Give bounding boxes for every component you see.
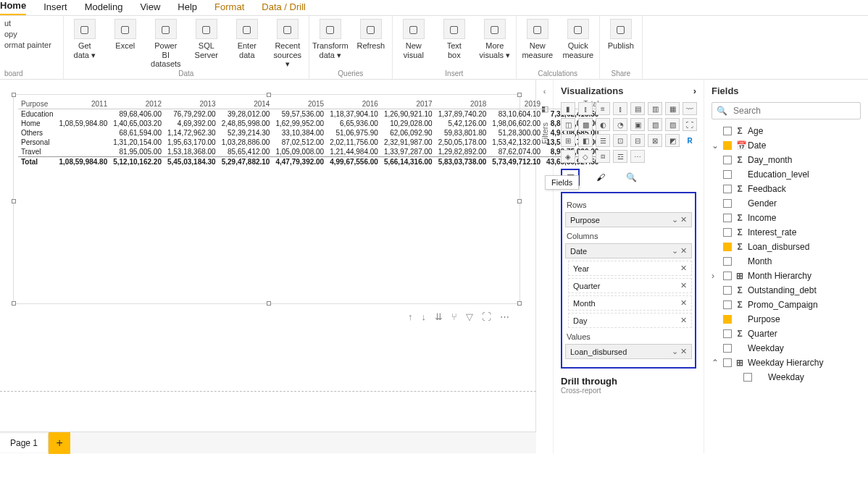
cols-sub-day[interactable]: Day✕ [568,313,692,328]
remove-icon[interactable]: ✕ [680,246,687,255]
remove-icon[interactable]: ✕ [680,264,687,273]
viz-type-icon[interactable]: ⫿ [578,102,593,115]
table-row[interactable]: Travel81,95,005.001,53,18,368.0085,65,41… [18,147,601,157]
field-feedback[interactable]: ΣFeedback [711,183,861,195]
tab-help[interactable]: Help [178,1,197,15]
viz-type-icon[interactable]: ⋯ [630,150,645,163]
tab-home[interactable]: Home [0,0,26,15]
field-month[interactable]: Month [711,256,861,267]
tab-insert[interactable]: Insert [43,1,67,15]
viz-type-icon[interactable]: ◈ [561,150,575,163]
add-page-button[interactable]: + [49,432,70,454]
chevron-right-icon[interactable]: › [711,271,719,281]
field-month-hierarchy[interactable]: ›⊞Month Hierarchy [711,270,861,282]
focus-icon[interactable]: ⛶ [482,311,491,322]
field-date[interactable]: ⌄📅Date [711,140,861,151]
remove-icon[interactable]: ✕ [680,215,687,224]
viz-type-icon[interactable]: ◧ [578,134,593,147]
filter-icon[interactable]: ▽ [466,311,473,322]
table-row[interactable]: Home1,08,59,984.801,40,65,003.204,69,392… [18,119,601,128]
viz-type-icon[interactable]: ▦ [665,102,680,115]
field-outstanding-debt[interactable]: ΣOutstanding_debt [711,285,861,296]
viz-type-icon[interactable]: ◩ [665,134,680,147]
field-checkbox[interactable] [723,170,732,179]
rows-pill-purpose[interactable]: Purpose ⌄ ✕ [565,212,692,227]
more-icon[interactable]: ⋯ [500,311,509,322]
field-checkbox[interactable] [723,272,732,280]
chevron-up-icon[interactable]: ⌃ [711,358,719,368]
field-gender[interactable]: Gender [711,198,861,209]
viz-type-icon[interactable]: ▥ [648,102,662,115]
chevron-down-icon[interactable]: ⌄ [711,140,719,151]
ribbon-more-visuals-[interactable]: ▢Morevisuals ▾ [478,19,512,59]
viz-type-icon[interactable]: ☰ [596,134,610,147]
viz-type-icon[interactable]: ⊡ [613,134,627,147]
expand-down-icon[interactable]: ⇊ [435,311,443,322]
tab-view[interactable]: View [140,1,160,15]
viz-type-icon[interactable]: ≡ [596,102,610,115]
remove-icon[interactable]: ✕ [680,298,687,308]
table-row[interactable]: Others68,61,594.001,14,72,962.3052,39,21… [18,128,601,138]
field-checkbox[interactable] [723,315,732,324]
field-age[interactable]: ΣAge [711,125,861,137]
viz-type-icon[interactable]: ☲ [613,150,627,163]
page-tab-1[interactable]: Page 1 [0,434,49,453]
matrix-visual[interactable]: Purpose201120122013201420152016201720182… [18,99,601,167]
field-checkbox[interactable] [723,286,732,295]
field-checkbox[interactable] [723,329,732,338]
field-quarter[interactable]: ΣQuarter [711,328,861,340]
viz-type-icon[interactable]: ◫ [561,118,575,131]
viz-type-icon[interactable]: ⧈ [596,150,610,163]
viz-type-icon[interactable]: R [683,134,697,147]
viz-type-icon[interactable]: ▩ [578,118,593,131]
ribbon-transform-data-[interactable]: ▢Transformdata ▾ [314,19,347,59]
expand-all-icon[interactable]: ⑂ [451,311,457,322]
viz-type-icon[interactable]: ⛶ [683,118,697,131]
values-pill-loan[interactable]: Loan_disbursed ⌄ ✕ [565,344,692,359]
cols-pill-date[interactable]: Date ⌄ ✕ [565,243,692,258]
chevron-down-icon[interactable]: ⌄ [672,215,678,224]
cols-sub-month[interactable]: Month✕ [568,295,692,311]
ribbon-excel[interactable]: ▢Excel [109,19,142,51]
tab-modeling[interactable]: Modeling [85,1,123,15]
remove-icon[interactable]: ✕ [680,316,687,325]
visual-selection[interactable]: Purpose201120122013201420152016201720182… [13,94,520,304]
drill-up-icon[interactable]: ↑ [408,311,413,322]
format-mode-button[interactable]: 🖌 [591,169,610,186]
ribbon-enter-data[interactable]: ▢Enterdata [230,19,264,59]
field-checkbox[interactable] [743,373,752,382]
field-checkbox[interactable] [723,358,732,367]
ribbon-quick-measure[interactable]: ▢Quickmeasure [562,19,595,59]
field-education-level[interactable]: Education_level [711,169,861,180]
field-weekday[interactable]: Weekday [711,342,861,354]
field-checkbox[interactable] [723,344,732,353]
clipboard-format-painter[interactable]: ormat painter [4,41,51,49]
table-row[interactable]: Education89,68,406.0076,79,292.0039,28,0… [18,109,601,119]
viz-type-icon[interactable]: ▮ [561,102,575,115]
ribbon-power-bi-datasets[interactable]: ▢PowerBI datasets [149,19,183,69]
report-canvas[interactable]: Purpose201120122013201420152016201720182… [0,80,536,453]
field-promo-campaign[interactable]: ΣPromo_Campaign [711,299,861,311]
tab-format[interactable]: Format [214,1,244,15]
ribbon-get-data-[interactable]: ▢Getdata ▾ [68,19,101,59]
viz-type-icon[interactable]: ⊟ [630,134,645,147]
ribbon-new-visual[interactable]: ▢Newvisual [397,19,430,59]
field-checkbox[interactable] [723,199,732,208]
field-checkbox[interactable] [723,300,732,309]
field-loan-disbursed[interactable]: ΣLoan_disbursed [711,241,861,253]
field-weekday-hierarchy[interactable]: ⌃⊞Weekday Hierarchy [711,357,861,369]
field-checkbox[interactable] [723,257,732,266]
remove-icon[interactable]: ✕ [680,281,687,290]
tab-data-drill[interactable]: Data / Drill [262,1,306,15]
chevron-down-icon[interactable]: ⌄ [672,246,678,255]
field-checkbox[interactable] [723,141,732,150]
field-interest-rate[interactable]: ΣInterest_rate [711,227,861,238]
field-day-month[interactable]: ΣDay_month [711,154,861,166]
field-checkbox[interactable] [723,127,732,135]
viz-type-icon[interactable]: ◔ [613,118,627,131]
ribbon-sql-server[interactable]: ▢SQLServer [190,19,223,59]
viz-type-icon[interactable]: ⫿ [613,102,627,115]
expand-filters-icon[interactable]: ‹ [543,87,546,96]
field-checkbox[interactable] [723,228,732,237]
viz-type-icon[interactable]: ⊠ [648,134,662,147]
